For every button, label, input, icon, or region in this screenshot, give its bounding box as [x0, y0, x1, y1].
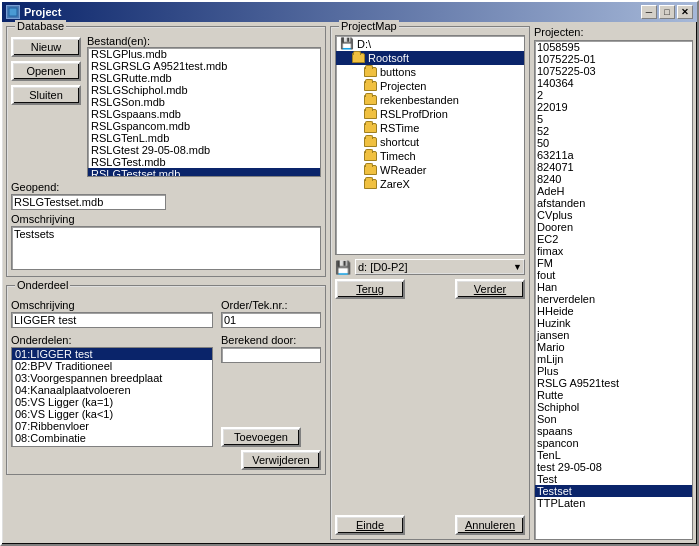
project-item[interactable]: Son: [535, 413, 692, 425]
projectmap-tree[interactable]: 💾D:\RootsoftbuttonsProjectenrekenbestand…: [335, 35, 525, 255]
project-item[interactable]: 52: [535, 125, 692, 137]
folder-icon: [364, 109, 377, 119]
tree-item[interactable]: buttons: [336, 65, 524, 79]
project-item[interactable]: afstanden: [535, 197, 692, 209]
project-item[interactable]: spancon: [535, 437, 692, 449]
onderdeel-item[interactable]: 04:Kanaalplaatvoloeren: [12, 384, 212, 396]
tree-item[interactable]: Rootsoft: [336, 51, 524, 65]
onderdeel-item[interactable]: 03:Voorgespannen breedplaat: [12, 372, 212, 384]
file-item[interactable]: RSLGTest.mdb: [88, 156, 320, 168]
onderdeel-omschrijving-input[interactable]: [11, 312, 213, 328]
onderdeel-item[interactable]: 05:VS Ligger (ka=1): [12, 396, 212, 408]
project-item[interactable]: 1058595: [535, 41, 692, 53]
project-item[interactable]: 50: [535, 137, 692, 149]
onderdeel-item[interactable]: 02:BPV Traditioneel: [12, 360, 212, 372]
files-listbox[interactable]: RSLGPlus.mdbRSLGRSLG A9521test.mdbRSLGRu…: [87, 47, 321, 177]
project-item[interactable]: TTPLaten: [535, 497, 692, 509]
tree-item[interactable]: 💾D:\: [336, 36, 524, 51]
project-item[interactable]: spaans: [535, 425, 692, 437]
project-item[interactable]: test 29-05-08: [535, 461, 692, 473]
project-item[interactable]: Test: [535, 473, 692, 485]
project-item[interactable]: 63211a: [535, 149, 692, 161]
nieuw-button[interactable]: Nieuw: [11, 37, 81, 57]
project-item[interactable]: CVplus: [535, 209, 692, 221]
project-item[interactable]: 2: [535, 89, 692, 101]
project-item[interactable]: jansen: [535, 329, 692, 341]
project-item[interactable]: Testset: [535, 485, 692, 497]
omschrijving-textarea[interactable]: [11, 226, 321, 270]
project-item[interactable]: Han: [535, 281, 692, 293]
verder-button[interactable]: Verder: [455, 279, 525, 299]
project-item[interactable]: Dooren: [535, 221, 692, 233]
tree-item[interactable]: Projecten: [336, 79, 524, 93]
project-item[interactable]: 1075225-03: [535, 65, 692, 77]
file-item[interactable]: RSLGtest 29-05-08.mdb: [88, 144, 320, 156]
file-item[interactable]: RSLGspancom.mdb: [88, 120, 320, 132]
openen-button[interactable]: Openen: [11, 61, 81, 81]
terug-button[interactable]: Terug: [335, 279, 405, 299]
toevoegen-button[interactable]: Toevoegen: [221, 427, 301, 447]
file-item[interactable]: RSLGSon.mdb: [88, 96, 320, 108]
tree-item[interactable]: RSTime: [336, 121, 524, 135]
order-label: Order/Tek.nr.:: [221, 299, 321, 311]
project-item[interactable]: herverdelen: [535, 293, 692, 305]
project-item[interactable]: Rutte: [535, 389, 692, 401]
onderdeel-group: Onderdeel Omschrijving Order/Tek.nr.: On…: [6, 285, 326, 475]
project-item[interactable]: mLijn: [535, 353, 692, 365]
file-item[interactable]: RSLGTenL.mdb: [88, 132, 320, 144]
tree-item[interactable]: Timech: [336, 149, 524, 163]
project-item[interactable]: 22019: [535, 101, 692, 113]
omschrijving-label: Omschrijving: [11, 213, 321, 225]
berekend-label: Berekend door:: [221, 334, 321, 346]
file-item[interactable]: RSLGRutte.mdb: [88, 72, 320, 84]
tree-item[interactable]: rekenbestanden: [336, 93, 524, 107]
berekend-input[interactable]: [221, 347, 321, 363]
project-item[interactable]: Huzink: [535, 317, 692, 329]
onderdeel-item[interactable]: 08:Combinatie: [12, 432, 212, 444]
annuleren-button[interactable]: Annuleren: [455, 515, 525, 535]
close-button[interactable]: ✕: [677, 5, 693, 19]
file-item[interactable]: RSLGTestset.mdb: [88, 168, 320, 177]
project-item[interactable]: AdeH: [535, 185, 692, 197]
sluiten-button[interactable]: Sluiten: [11, 85, 81, 105]
geopend-input[interactable]: [11, 194, 166, 210]
project-item[interactable]: 140364: [535, 77, 692, 89]
file-item[interactable]: RSLGspaans.mdb: [88, 108, 320, 120]
project-item[interactable]: Schiphol: [535, 401, 692, 413]
project-item[interactable]: FM: [535, 257, 692, 269]
einde-button[interactable]: Einde: [335, 515, 405, 535]
tree-item[interactable]: WReader: [336, 163, 524, 177]
project-item[interactable]: fimax: [535, 245, 692, 257]
onderdeel-item[interactable]: 01:LIGGER test: [12, 348, 212, 360]
project-item[interactable]: 5: [535, 113, 692, 125]
tree-item-label: D:\: [357, 38, 371, 50]
verwijderen-button[interactable]: Verwijderen: [241, 450, 321, 470]
tree-item[interactable]: shortcut: [336, 135, 524, 149]
folder-icon: [364, 165, 377, 175]
project-item[interactable]: Plus: [535, 365, 692, 377]
onderdelen-listbox[interactable]: 01:LIGGER test02:BPV Traditioneel03:Voor…: [11, 347, 213, 447]
project-item[interactable]: TenL: [535, 449, 692, 461]
onderdeel-omschrijving-label: Omschrijving: [11, 299, 213, 311]
minimize-button[interactable]: ─: [641, 5, 657, 19]
project-item[interactable]: fout: [535, 269, 692, 281]
file-item[interactable]: RSLGRSLG A9521test.mdb: [88, 60, 320, 72]
projects-listbox[interactable]: 10585951075225-011075225-031403642220195…: [534, 40, 693, 540]
tree-item[interactable]: ZareX: [336, 177, 524, 191]
tree-item-label: buttons: [380, 66, 416, 78]
tree-item[interactable]: RSLProfDrion: [336, 107, 524, 121]
project-item[interactable]: 8240: [535, 173, 692, 185]
project-item[interactable]: HHeide: [535, 305, 692, 317]
project-item[interactable]: 1075225-01: [535, 53, 692, 65]
drive-select[interactable]: d: [D0-P2] ▼: [355, 259, 525, 275]
order-input[interactable]: [221, 312, 321, 328]
project-item[interactable]: RSLG A9521test: [535, 377, 692, 389]
onderdeel-item[interactable]: 06:VS Ligger (ka<1): [12, 408, 212, 420]
file-item[interactable]: RSLGPlus.mdb: [88, 48, 320, 60]
maximize-button[interactable]: □: [659, 5, 675, 19]
project-item[interactable]: EC2: [535, 233, 692, 245]
file-item[interactable]: RSLGSchiphol.mdb: [88, 84, 320, 96]
onderdeel-item[interactable]: 07:Ribbenvloer: [12, 420, 212, 432]
project-item[interactable]: 824071: [535, 161, 692, 173]
project-item[interactable]: Mario: [535, 341, 692, 353]
